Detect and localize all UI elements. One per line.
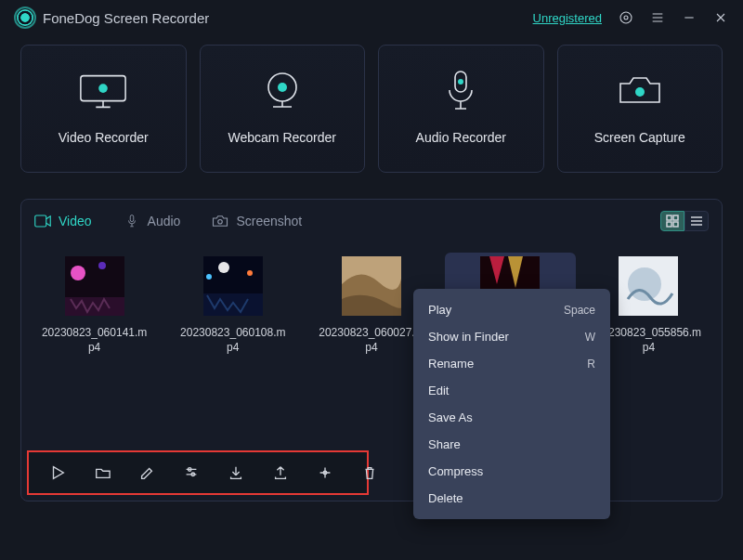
context-menu-item[interactable]: Save As	[413, 404, 610, 431]
view-toggle	[660, 211, 709, 231]
list-view-icon[interactable]	[684, 211, 709, 231]
mode-audio-recorder[interactable]: Audio Recorder	[378, 45, 544, 173]
mode-label: Audio Recorder	[416, 130, 506, 145]
svg-point-8	[635, 87, 645, 97]
ctx-label: Play	[428, 303, 451, 317]
ctx-label: Show in Finder	[428, 330, 509, 344]
svg-rect-9	[35, 215, 46, 227]
mode-label: Video Recorder	[59, 130, 149, 145]
microphone-icon	[436, 72, 486, 110]
ctx-label: Share	[428, 437, 461, 451]
file-name: 20230823_060141.mp4	[39, 325, 150, 355]
close-icon[interactable]	[713, 10, 728, 25]
svg-point-5	[278, 83, 287, 92]
grid-view-icon[interactable]	[660, 211, 684, 231]
svg-point-7	[458, 79, 463, 85]
webcam-icon	[257, 72, 307, 110]
file-name: 20230823_060108.mp4	[177, 325, 289, 355]
svg-point-22	[206, 274, 212, 280]
ctx-label: Rename	[428, 357, 474, 371]
mode-label: Webcam Recorder	[228, 130, 336, 145]
svg-point-11	[218, 220, 223, 225]
ctx-label: Delete	[428, 491, 463, 505]
file-thumbnail	[619, 256, 678, 316]
unregistered-link[interactable]: Unregistered	[533, 11, 602, 25]
tab-video[interactable]: Video	[34, 214, 92, 228]
context-menu-item[interactable]: Show in FinderW	[413, 323, 610, 350]
minimize-icon[interactable]	[682, 10, 697, 25]
mode-video-recorder[interactable]: Video Recorder	[20, 45, 187, 173]
title-bar: FoneDog Screen Recorder Unregistered	[0, 0, 743, 33]
file-panel: Video Audio Screenshot 20230823_060141.m…	[20, 199, 723, 501]
tab-audio[interactable]: Audio	[124, 214, 181, 228]
tab-screenshot-label: Screenshot	[236, 214, 302, 228]
app-title: FoneDog Screen Recorder	[43, 10, 209, 26]
context-menu-item[interactable]: Compress	[413, 458, 610, 485]
app-brand: FoneDog Screen Recorder	[17, 9, 209, 26]
window-controls: Unregistered	[533, 10, 728, 25]
svg-point-23	[247, 270, 253, 276]
ctx-shortcut: Space	[564, 304, 595, 317]
context-menu-item[interactable]: Edit	[413, 377, 610, 404]
context-menu-item[interactable]: Delete	[413, 485, 610, 512]
svg-point-21	[218, 262, 229, 273]
bottom-toolbar	[27, 450, 369, 495]
svg-rect-10	[130, 215, 134, 222]
menu-bars-icon[interactable]	[650, 10, 665, 25]
export-icon[interactable]	[272, 463, 289, 482]
svg-point-29	[628, 267, 661, 301]
svg-point-3	[98, 84, 108, 93]
svg-rect-14	[667, 222, 671, 227]
folder-icon[interactable]	[94, 463, 111, 482]
tab-video-label: Video	[59, 214, 92, 228]
monitor-record-icon	[78, 72, 128, 110]
ctx-label: Edit	[428, 384, 449, 397]
mode-cards: Video Recorder Webcam Recorder Audio Rec…	[0, 33, 743, 173]
cut-icon[interactable]	[317, 463, 333, 482]
settings-gear-icon[interactable]	[619, 10, 633, 25]
file-item[interactable]: 20230823_060141.mp4	[29, 253, 160, 360]
file-item[interactable]: 20230823_060108.mp4	[167, 253, 298, 360]
mode-screen-capture[interactable]: Screen Capture	[557, 45, 723, 173]
edit-icon[interactable]	[138, 463, 155, 482]
play-icon[interactable]	[49, 463, 66, 482]
file-tabs: Video Audio Screenshot	[21, 200, 722, 241]
mode-label: Screen Capture	[594, 130, 685, 145]
file-thumbnail	[65, 256, 124, 316]
context-menu-item[interactable]: RenameR	[413, 350, 610, 377]
svg-point-17	[71, 266, 85, 280]
context-menu-item[interactable]: PlaySpace	[413, 296, 610, 323]
svg-rect-15	[673, 222, 678, 227]
file-name: 20230823_060027.mp4	[316, 325, 427, 355]
svg-point-18	[98, 262, 106, 269]
svg-rect-12	[667, 215, 671, 220]
context-menu: PlaySpaceShow in FinderWRenameREditSave …	[413, 289, 610, 519]
ctx-shortcut: W	[585, 331, 595, 344]
camera-icon	[615, 72, 665, 110]
ctx-label: Compress	[428, 464, 483, 478]
svg-point-1	[620, 12, 632, 23]
svg-rect-13	[673, 215, 678, 220]
mode-webcam-recorder[interactable]: Webcam Recorder	[200, 45, 366, 173]
sliders-icon[interactable]	[183, 463, 200, 482]
tab-screenshot[interactable]: Screenshot	[212, 214, 302, 228]
svg-point-0	[624, 16, 628, 20]
import-icon[interactable]	[228, 463, 244, 482]
file-thumbnail	[342, 256, 401, 316]
tab-audio-label: Audio	[148, 214, 181, 228]
context-menu-item[interactable]: Share	[413, 431, 610, 458]
fonedog-logo-icon	[17, 9, 33, 26]
ctx-shortcut: R	[587, 358, 595, 371]
ctx-label: Save As	[428, 410, 473, 424]
trash-icon[interactable]	[361, 463, 378, 482]
file-thumbnail	[203, 256, 263, 316]
file-grid: 20230823_060141.mp420230823_060108.mp420…	[21, 241, 722, 360]
